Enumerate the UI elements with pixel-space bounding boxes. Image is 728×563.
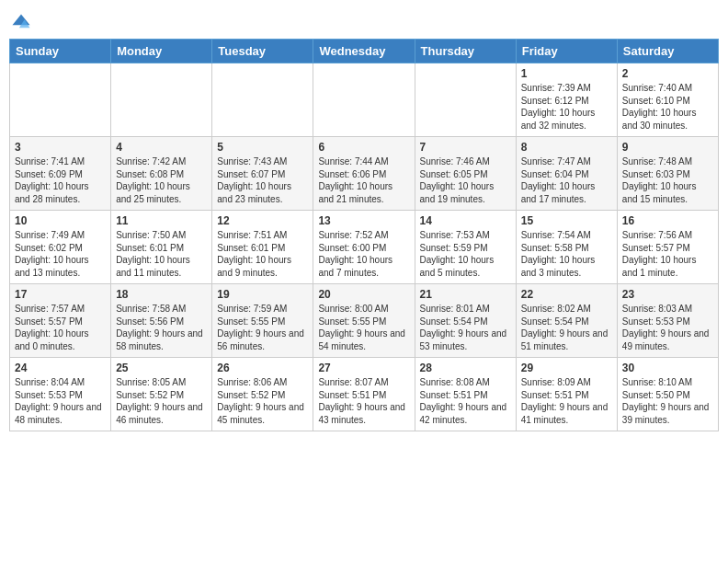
weekday-header-sunday: Sunday: [10, 40, 111, 63]
day-info: Sunrise: 7:43 AM Sunset: 6:07 PM Dayligh…: [217, 155, 308, 205]
weekday-header-wednesday: Wednesday: [313, 40, 415, 63]
day-number: 28: [420, 362, 511, 374]
day-number: 19: [217, 288, 308, 301]
day-cell: 6Sunrise: 7:44 AM Sunset: 6:06 PM Daylig…: [313, 137, 415, 211]
day-number: 6: [318, 141, 409, 154]
day-info: Sunrise: 7:58 AM Sunset: 5:56 PM Dayligh…: [116, 303, 207, 352]
day-cell: 27Sunrise: 8:07 AM Sunset: 5:51 PM Dayli…: [313, 358, 415, 431]
day-cell: 9Sunrise: 7:48 AM Sunset: 6:03 PM Daylig…: [617, 137, 718, 211]
day-number: 30: [622, 362, 713, 374]
day-info: Sunrise: 8:06 AM Sunset: 5:52 PM Dayligh…: [217, 376, 308, 426]
day-number: 16: [622, 214, 713, 227]
day-info: Sunrise: 8:10 AM Sunset: 5:50 PM Dayligh…: [622, 376, 713, 426]
day-number: 26: [217, 362, 308, 374]
logo-icon: [11, 13, 31, 33]
weekday-header-monday: Monday: [111, 40, 212, 63]
day-cell: 11Sunrise: 7:50 AM Sunset: 6:01 PM Dayli…: [111, 211, 212, 284]
day-number: 5: [217, 141, 308, 154]
page-header: [9, 9, 719, 33]
day-cell: 18Sunrise: 7:58 AM Sunset: 5:56 PM Dayli…: [111, 284, 212, 358]
day-cell: 29Sunrise: 8:09 AM Sunset: 5:51 PM Dayli…: [516, 358, 617, 431]
day-info: Sunrise: 7:40 AM Sunset: 6:10 PM Dayligh…: [622, 82, 713, 132]
day-number: 27: [318, 362, 409, 374]
day-info: Sunrise: 8:04 AM Sunset: 5:53 PM Dayligh…: [15, 376, 106, 426]
day-info: Sunrise: 7:53 AM Sunset: 5:59 PM Dayligh…: [420, 229, 511, 279]
day-info: Sunrise: 8:03 AM Sunset: 5:53 PM Dayligh…: [622, 303, 713, 352]
day-cell: 26Sunrise: 8:06 AM Sunset: 5:52 PM Dayli…: [212, 358, 313, 431]
day-info: Sunrise: 7:44 AM Sunset: 6:06 PM Dayligh…: [318, 155, 409, 205]
day-cell: [415, 63, 516, 137]
week-row-4: 17Sunrise: 7:57 AM Sunset: 5:57 PM Dayli…: [10, 284, 719, 358]
day-number: 10: [15, 214, 106, 227]
day-number: 21: [420, 288, 511, 301]
day-cell: 7Sunrise: 7:46 AM Sunset: 6:05 PM Daylig…: [415, 137, 516, 211]
day-info: Sunrise: 7:46 AM Sunset: 6:05 PM Dayligh…: [420, 155, 511, 205]
day-number: 4: [116, 141, 207, 154]
day-cell: [212, 63, 313, 137]
day-number: 20: [318, 288, 409, 301]
day-info: Sunrise: 8:08 AM Sunset: 5:51 PM Dayligh…: [420, 376, 511, 426]
day-number: 12: [217, 214, 308, 227]
day-info: Sunrise: 8:09 AM Sunset: 5:51 PM Dayligh…: [521, 376, 612, 426]
week-row-3: 10Sunrise: 7:49 AM Sunset: 6:02 PM Dayli…: [10, 211, 719, 284]
day-cell: 24Sunrise: 8:04 AM Sunset: 5:53 PM Dayli…: [10, 358, 111, 431]
day-info: Sunrise: 7:49 AM Sunset: 6:02 PM Dayligh…: [15, 229, 106, 279]
day-cell: [111, 63, 212, 137]
day-info: Sunrise: 7:47 AM Sunset: 6:04 PM Dayligh…: [521, 155, 612, 205]
day-cell: 17Sunrise: 7:57 AM Sunset: 5:57 PM Dayli…: [10, 284, 111, 358]
day-info: Sunrise: 7:57 AM Sunset: 5:57 PM Dayligh…: [15, 303, 106, 352]
day-cell: 1Sunrise: 7:39 AM Sunset: 6:12 PM Daylig…: [516, 63, 617, 137]
day-cell: 15Sunrise: 7:54 AM Sunset: 5:58 PM Dayli…: [516, 211, 617, 284]
day-cell: 21Sunrise: 8:01 AM Sunset: 5:54 PM Dayli…: [415, 284, 516, 358]
day-number: 15: [521, 214, 612, 227]
week-row-2: 3Sunrise: 7:41 AM Sunset: 6:09 PM Daylig…: [10, 137, 719, 211]
day-number: 17: [15, 288, 106, 301]
weekday-header-row: SundayMondayTuesdayWednesdayThursdayFrid…: [10, 40, 719, 63]
day-cell: 10Sunrise: 7:49 AM Sunset: 6:02 PM Dayli…: [10, 211, 111, 284]
day-cell: 4Sunrise: 7:42 AM Sunset: 6:08 PM Daylig…: [111, 137, 212, 211]
day-cell: 3Sunrise: 7:41 AM Sunset: 6:09 PM Daylig…: [10, 137, 111, 211]
weekday-header-friday: Friday: [516, 40, 617, 63]
day-cell: 13Sunrise: 7:52 AM Sunset: 6:00 PM Dayli…: [313, 211, 415, 284]
week-row-1: 1Sunrise: 7:39 AM Sunset: 6:12 PM Daylig…: [10, 63, 719, 137]
day-cell: [10, 63, 111, 137]
day-cell: 12Sunrise: 7:51 AM Sunset: 6:01 PM Dayli…: [212, 211, 313, 284]
day-cell: 5Sunrise: 7:43 AM Sunset: 6:07 PM Daylig…: [212, 137, 313, 211]
day-number: 3: [15, 141, 106, 154]
day-info: Sunrise: 7:42 AM Sunset: 6:08 PM Dayligh…: [116, 155, 207, 205]
day-cell: 20Sunrise: 8:00 AM Sunset: 5:55 PM Dayli…: [313, 284, 415, 358]
day-info: Sunrise: 7:50 AM Sunset: 6:01 PM Dayligh…: [116, 229, 207, 279]
day-cell: 14Sunrise: 7:53 AM Sunset: 5:59 PM Dayli…: [415, 211, 516, 284]
day-info: Sunrise: 7:48 AM Sunset: 6:03 PM Dayligh…: [622, 155, 713, 205]
week-row-5: 24Sunrise: 8:04 AM Sunset: 5:53 PM Dayli…: [10, 358, 719, 431]
day-number: 2: [622, 67, 713, 80]
day-info: Sunrise: 7:59 AM Sunset: 5:55 PM Dayligh…: [217, 303, 308, 352]
day-number: 1: [521, 67, 612, 80]
day-info: Sunrise: 7:39 AM Sunset: 6:12 PM Dayligh…: [521, 82, 612, 132]
day-number: 9: [622, 141, 713, 154]
day-cell: 16Sunrise: 7:56 AM Sunset: 5:57 PM Dayli…: [617, 211, 718, 284]
day-cell: 22Sunrise: 8:02 AM Sunset: 5:54 PM Dayli…: [516, 284, 617, 358]
day-info: Sunrise: 7:51 AM Sunset: 6:01 PM Dayligh…: [217, 229, 308, 279]
weekday-header-thursday: Thursday: [415, 40, 516, 63]
day-number: 22: [521, 288, 612, 301]
day-number: 25: [116, 362, 207, 374]
day-number: 14: [420, 214, 511, 227]
day-cell: 2Sunrise: 7:40 AM Sunset: 6:10 PM Daylig…: [617, 63, 718, 137]
day-number: 8: [521, 141, 612, 154]
day-info: Sunrise: 8:05 AM Sunset: 5:52 PM Dayligh…: [116, 376, 207, 426]
day-cell: 30Sunrise: 8:10 AM Sunset: 5:50 PM Dayli…: [617, 358, 718, 431]
day-number: 29: [521, 362, 612, 374]
calendar-table: SundayMondayTuesdayWednesdayThursdayFrid…: [9, 39, 719, 431]
day-info: Sunrise: 7:56 AM Sunset: 5:57 PM Dayligh…: [622, 229, 713, 279]
day-number: 18: [116, 288, 207, 301]
day-cell: 28Sunrise: 8:08 AM Sunset: 5:51 PM Dayli…: [415, 358, 516, 431]
day-number: 7: [420, 141, 511, 154]
day-info: Sunrise: 8:00 AM Sunset: 5:55 PM Dayligh…: [318, 303, 409, 352]
day-info: Sunrise: 8:07 AM Sunset: 5:51 PM Dayligh…: [318, 376, 409, 426]
day-cell: 8Sunrise: 7:47 AM Sunset: 6:04 PM Daylig…: [516, 137, 617, 211]
day-number: 23: [622, 288, 713, 301]
day-cell: 19Sunrise: 7:59 AM Sunset: 5:55 PM Dayli…: [212, 284, 313, 358]
weekday-header-saturday: Saturday: [617, 40, 718, 63]
day-cell: 23Sunrise: 8:03 AM Sunset: 5:53 PM Dayli…: [617, 284, 718, 358]
